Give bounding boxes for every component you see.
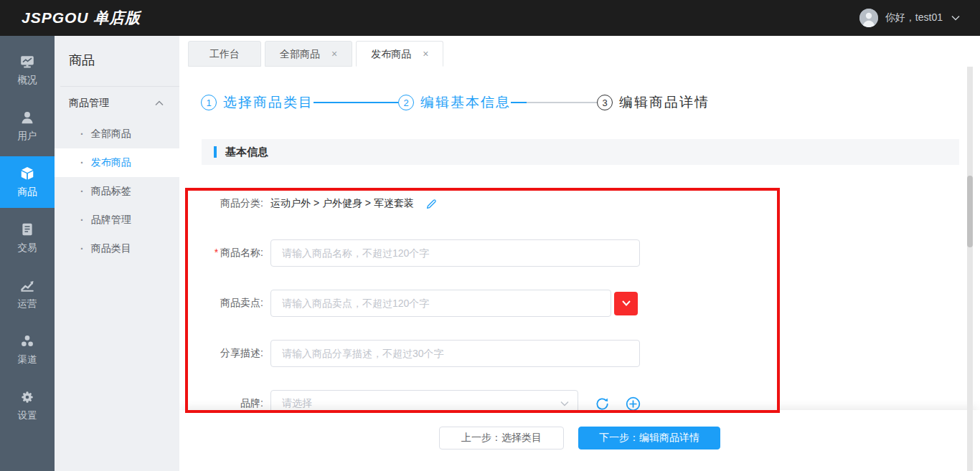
user-greeting: 你好，test01 [885, 11, 943, 24]
prev-step-button[interactable]: 上一步：选择类目 [439, 427, 564, 449]
category-value: 运动户外 > 户外健身 > 军迷套装 [270, 197, 414, 210]
sidebar-item-users[interactable]: 用户 [0, 100, 55, 152]
nodes-icon [19, 333, 35, 349]
main-content: 工作台 全部商品 发布商品 1 选择商品类目 2 编辑基本信息 3 编辑商品详情… [179, 36, 980, 471]
submenu-item-product-tags[interactable]: 商品标签 [55, 177, 179, 206]
close-icon[interactable] [331, 49, 337, 59]
basic-info-form: 商品分类: 运动户外 > 户外健身 > 军迷套装 *商品名称: 商品卖点: 分享… [179, 196, 980, 417]
chevron-down-icon [560, 401, 569, 406]
secondary-sidebar: 商品 商品管理 全部商品 发布商品 商品标签 品牌管理 商品类目 [55, 36, 179, 471]
chevron-down-icon [951, 15, 960, 21]
submenu-item-label: 全部商品 [91, 128, 131, 141]
submenu-title: 商品 [55, 36, 179, 69]
product-name-row: *商品名称: [179, 239, 980, 267]
gear-icon [19, 389, 35, 405]
next-step-button[interactable]: 下一步：编辑商品详情 [578, 427, 720, 449]
tab-workbench[interactable]: 工作台 [188, 41, 261, 67]
footer-action-bar: 上一步：选择类目 下一步：编辑商品详情 [179, 410, 980, 471]
step-connector [511, 102, 597, 103]
section-title: 基本信息 [225, 146, 268, 159]
scrollbar-thumb[interactable] [967, 176, 973, 247]
step-label: 编辑商品详情 [619, 93, 710, 112]
submenu-item-product-categories[interactable]: 商品类目 [55, 234, 179, 263]
category-row: 商品分类: 运动户外 > 户外健身 > 军迷套装 [179, 196, 980, 211]
selling-point-dropdown-button[interactable] [614, 292, 638, 315]
tab-label: 发布商品 [371, 42, 411, 66]
tab-all-products[interactable]: 全部商品 [265, 41, 352, 67]
tab-bar: 工作台 全部商品 发布商品 [179, 36, 980, 67]
submenu-item-label: 发布商品 [91, 156, 131, 169]
sidebar-item-operations[interactable]: 运营 [0, 268, 55, 320]
main-sidebar: 概况 用户 商品 交易 运营 [0, 36, 55, 471]
brand-label: 品牌: [179, 397, 270, 410]
sidebar-item-trade[interactable]: 交易 [0, 212, 55, 264]
submenu-item-all-products[interactable]: 全部商品 [55, 120, 179, 148]
step-number: 3 [597, 95, 613, 110]
sidebar-item-label: 用户 [18, 130, 37, 143]
user-menu[interactable]: 你好，test01 [859, 9, 960, 27]
sidebar-item-label: 概况 [18, 74, 37, 87]
top-header: JSPGOU 单店版 你好，test01 [0, 0, 980, 36]
chevron-up-icon [155, 100, 164, 106]
selling-point-row: 商品卖点: [179, 290, 980, 317]
step-label: 编辑基本信息 [420, 93, 511, 112]
tab-label: 全部商品 [280, 42, 320, 66]
share-desc-row: 分享描述: [179, 340, 980, 367]
chevron-down-icon [621, 300, 631, 307]
bullet-icon [80, 243, 91, 254]
submenu-item-brand-management[interactable]: 品牌管理 [55, 206, 179, 234]
sidebar-item-label: 交易 [18, 242, 37, 254]
step-number: 2 [398, 95, 414, 110]
selling-point-label: 商品卖点: [179, 297, 270, 310]
submenu-item-label: 品牌管理 [91, 214, 131, 227]
category-label: 商品分类: [179, 197, 270, 210]
selling-point-input[interactable] [270, 290, 611, 317]
bullet-icon [80, 157, 91, 168]
step-2-edit-basic-info: 2 编辑基本信息 [398, 93, 511, 112]
product-name-input[interactable] [270, 239, 640, 267]
bullet-icon [80, 186, 91, 197]
brand-select-placeholder: 请选择 [282, 397, 312, 410]
step-label: 选择商品类目 [223, 93, 314, 112]
step-connector [314, 102, 398, 103]
submenu-item-publish-product[interactable]: 发布商品 [55, 148, 179, 177]
required-asterisk: * [215, 247, 218, 258]
avatar [859, 9, 878, 27]
tab-publish-product[interactable]: 发布商品 [356, 41, 443, 67]
bullet-icon [80, 128, 91, 140]
section-header-basic-info: 基本信息 [202, 139, 959, 165]
step-indicator: 1 选择商品类目 2 编辑基本信息 3 编辑商品详情 [201, 93, 980, 112]
section-accent-bar [214, 146, 217, 158]
tab-label: 工作台 [209, 42, 240, 66]
submenu-item-label: 商品标签 [91, 185, 131, 198]
share-desc-label: 分享描述: [179, 347, 270, 360]
step-1-select-category: 1 选择商品类目 [201, 93, 314, 112]
app-logo: JSPGOU 单店版 [22, 8, 141, 28]
sidebar-item-channels[interactable]: 渠道 [0, 324, 55, 376]
cube-icon [19, 166, 35, 181]
submenu-group-label: 商品管理 [69, 97, 109, 110]
step-3-edit-product-details: 3 编辑商品详情 [597, 93, 710, 112]
submenu-group-product-management[interactable]: 商品管理 [55, 87, 179, 120]
user-icon [19, 110, 35, 125]
sidebar-item-label: 设置 [18, 409, 37, 422]
sidebar-item-overview[interactable]: 概况 [0, 44, 55, 96]
bullet-icon [80, 214, 91, 226]
close-icon[interactable] [423, 49, 428, 59]
sidebar-item-products[interactable]: 商品 [0, 156, 55, 208]
edit-icon[interactable] [425, 198, 438, 210]
monitor-chart-icon [19, 54, 35, 70]
step-number: 1 [201, 95, 217, 110]
share-desc-input[interactable] [270, 340, 640, 367]
trend-chart-icon [19, 277, 35, 293]
sidebar-item-label: 商品 [18, 186, 37, 199]
scrollbar-track[interactable] [967, 67, 973, 471]
sidebar-item-label: 运营 [18, 298, 37, 310]
document-icon [19, 222, 35, 237]
product-name-label: *商品名称: [179, 247, 270, 260]
sidebar-item-settings[interactable]: 设置 [0, 380, 55, 432]
sidebar-item-label: 渠道 [18, 353, 37, 366]
submenu-item-label: 商品类目 [91, 242, 131, 255]
